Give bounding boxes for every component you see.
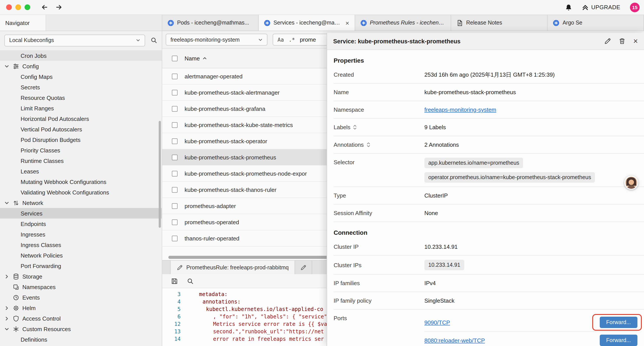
sidebar-item-label: Endpoints bbox=[20, 221, 46, 227]
tab-release-notes[interactable]: Release Notes bbox=[451, 15, 548, 31]
namespace-link[interactable]: freeleaps-monitoring-system bbox=[424, 106, 496, 113]
row-checkbox[interactable] bbox=[172, 171, 178, 176]
sidebar-scrollbar[interactable] bbox=[159, 121, 161, 228]
detail-row-ip-families: IP familiesIPv4 bbox=[334, 275, 644, 292]
dock-tab-prometheusrule[interactable]: PrometheusRule: freeleaps-prod-rabbitmq bbox=[170, 261, 295, 274]
chevron-down-icon[interactable] bbox=[4, 64, 10, 68]
sidebar-item-services[interactable]: Services bbox=[0, 208, 162, 219]
sidebar-item-runtime-classes[interactable]: Runtime Classes bbox=[0, 155, 162, 166]
sidebar-item-leases[interactable]: Leases bbox=[0, 166, 162, 177]
chevron-right-icon[interactable] bbox=[4, 306, 10, 310]
sidebar-item-custom-resources[interactable]: Custom Resources bbox=[0, 324, 162, 334]
line-number: 12 bbox=[162, 321, 187, 328]
line-number: 3 bbox=[162, 291, 187, 298]
row-checkbox[interactable] bbox=[172, 187, 178, 193]
editor-search-icon[interactable] bbox=[187, 278, 194, 285]
detail-label: Cluster IPs bbox=[334, 262, 424, 268]
close-icon[interactable]: × bbox=[633, 37, 638, 45]
kubernetes-icon bbox=[553, 19, 560, 26]
forward-button[interactable]: Forward... bbox=[600, 317, 638, 328]
row-checkbox[interactable] bbox=[172, 154, 178, 160]
sidebar-item-priority-classes[interactable]: Priority Classes bbox=[0, 145, 162, 155]
chevron-down-icon[interactable] bbox=[4, 327, 10, 331]
detail-value: 253d 16h 6m ago (2025年1月13日 GMT+8 1:25:3… bbox=[424, 71, 638, 79]
user-avatar[interactable] bbox=[624, 176, 638, 190]
sidebar-item-events[interactable]: Events bbox=[0, 292, 162, 303]
sidebar-item-horizontal-pod-autoscalers[interactable]: Horizontal Pod Autoscalers bbox=[0, 113, 162, 124]
sidebar-search-icon[interactable] bbox=[150, 37, 158, 44]
sidebar-item-validating-webhook-configurations[interactable]: Validating Webhook Configurations bbox=[0, 187, 162, 198]
sidebar-item-port-forwarding[interactable]: Port Forwarding bbox=[0, 261, 162, 271]
detail-value: kube-prometheus-stack-prometheus bbox=[424, 89, 638, 95]
row-checkbox[interactable] bbox=[172, 235, 178, 241]
row-checkbox[interactable] bbox=[172, 203, 178, 209]
row-checkbox[interactable] bbox=[172, 219, 178, 225]
updown-mini-icon[interactable] bbox=[353, 124, 357, 130]
sidebar-item-pod-disruption-budgets[interactable]: Pod Disruption Budgets bbox=[0, 134, 162, 145]
line-number: 6 bbox=[162, 313, 187, 321]
sidebar-item-config-maps[interactable]: Config Maps bbox=[0, 71, 162, 82]
notifications-bell-icon[interactable] bbox=[565, 4, 572, 11]
sidebar-item-ingresses[interactable]: Ingresses bbox=[0, 229, 162, 240]
chevron-right-icon[interactable] bbox=[4, 316, 10, 321]
detail-row-name: Namekube-prometheus-stack-prometheus bbox=[334, 84, 644, 101]
sidebar-item-definitions[interactable]: Definitions bbox=[0, 334, 162, 345]
match-case-toggle[interactable]: Aa bbox=[278, 36, 284, 43]
detail-label-text: Cluster IPs bbox=[334, 262, 362, 268]
kubeconfig-selector[interactable]: Local Kubeconfigs bbox=[4, 34, 145, 46]
sliders-icon bbox=[13, 63, 19, 69]
sidebar-item-helm[interactable]: Helm bbox=[0, 303, 162, 313]
sidebar-item-secrets[interactable]: Secrets bbox=[0, 82, 162, 92]
row-checkbox[interactable] bbox=[172, 106, 178, 111]
back-arrow-icon[interactable] bbox=[41, 3, 48, 11]
sidebar-item-label: Resource Quotas bbox=[20, 94, 65, 101]
window-close-button[interactable] bbox=[6, 4, 12, 10]
tab-close-icon[interactable]: × bbox=[346, 19, 350, 26]
sidebar-item-storage[interactable]: Storage bbox=[0, 271, 162, 282]
tab-pods-icecheng-mathmas[interactable]: Pods - icecheng@mathmas... bbox=[162, 15, 259, 31]
dock-tab-partial[interactable] bbox=[295, 261, 312, 274]
regex-toggle[interactable]: .* bbox=[289, 36, 295, 43]
name-column-header[interactable]: Name bbox=[184, 55, 207, 61]
port-link-8080-reloader-web-tcp[interactable]: 8080:reloader-web/TCP bbox=[424, 337, 485, 344]
chevron-right-icon[interactable] bbox=[4, 274, 10, 279]
upgrade-button[interactable]: UPGRADE bbox=[582, 4, 620, 11]
port-link-9090-tcp[interactable]: 9090/TCP bbox=[424, 319, 450, 326]
tab-label: Release Notes bbox=[466, 20, 542, 26]
row-checkbox[interactable] bbox=[172, 73, 178, 79]
sidebar-item-ingress-classes[interactable]: Ingress Classes bbox=[0, 240, 162, 250]
tab-prometheus-rules-icecheng[interactable]: Prometheus Rules - icecheng... bbox=[355, 15, 451, 31]
sidebar-item-mutating-webhook-configurations[interactable]: Mutating Webhook Configurations bbox=[0, 177, 162, 187]
detail-label-text: Annotations bbox=[334, 141, 364, 148]
sidebar-item-namespaces[interactable]: Namespaces bbox=[0, 282, 162, 292]
sidebar-item-network-policies[interactable]: Network Policies bbox=[0, 250, 162, 261]
window-minimize-button[interactable] bbox=[15, 4, 21, 10]
chevron-down-icon[interactable] bbox=[4, 200, 10, 205]
sidebar-item-network[interactable]: Network bbox=[0, 198, 162, 208]
sidebar-item-resource-quotas[interactable]: Resource Quotas bbox=[0, 92, 162, 103]
namespace-filter-dropdown[interactable]: freeleaps-monitoring-system bbox=[166, 34, 268, 45]
forward-button[interactable]: Forward... bbox=[600, 335, 638, 346]
row-checkbox[interactable] bbox=[172, 138, 178, 144]
sidebar-item-limit-ranges[interactable]: Limit Ranges bbox=[0, 103, 162, 113]
navigator-tab[interactable]: Navigator bbox=[0, 15, 46, 31]
sidebar-item-endpoints[interactable]: Endpoints bbox=[0, 219, 162, 229]
forward-arrow-icon[interactable] bbox=[55, 3, 63, 11]
sidebar-item-access-control[interactable]: Access Control bbox=[0, 313, 162, 324]
updown-mini-icon[interactable] bbox=[366, 142, 370, 148]
window-zoom-button[interactable] bbox=[24, 4, 30, 10]
row-checkbox[interactable] bbox=[172, 122, 178, 128]
notification-count-badge[interactable]: 15 bbox=[630, 2, 640, 12]
tab-argo-se[interactable]: Argo Se bbox=[548, 15, 644, 31]
detail-value: freeleaps-monitoring-system bbox=[424, 106, 638, 113]
detail-label: Created bbox=[334, 71, 424, 78]
tab-services-icecheng-math[interactable]: Services - icecheng@math...× bbox=[259, 15, 355, 31]
delete-trash-icon[interactable] bbox=[619, 38, 626, 45]
sidebar-item-vertical-pod-autoscalers[interactable]: Vertical Pod Autoscalers bbox=[0, 124, 162, 134]
select-all-checkbox[interactable] bbox=[172, 55, 178, 61]
edit-pencil-icon[interactable] bbox=[604, 38, 611, 45]
row-checkbox[interactable] bbox=[172, 90, 178, 95]
save-icon[interactable] bbox=[171, 278, 178, 285]
sidebar-item-config[interactable]: Config bbox=[0, 61, 162, 71]
sidebar-item-cron-jobs[interactable]: Cron Jobs bbox=[0, 50, 162, 61]
